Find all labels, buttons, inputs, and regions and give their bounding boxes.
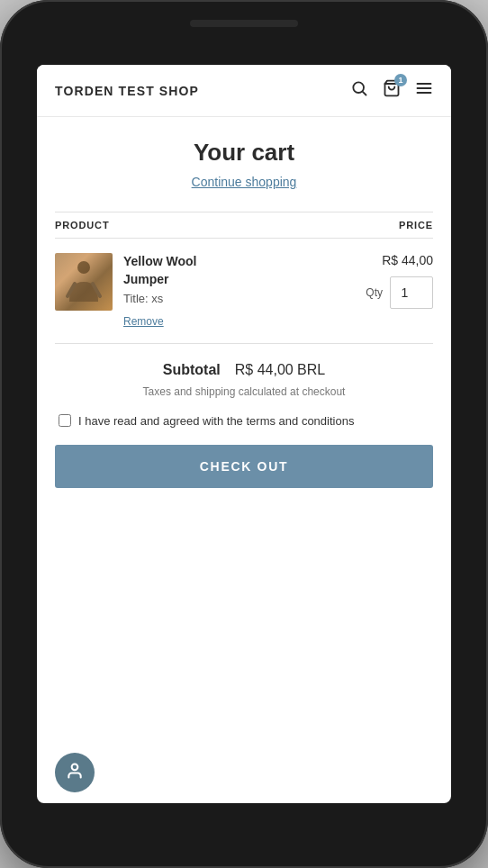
store-logo: TORDEN TEST SHOP [55,84,199,98]
header: TORDEN TEST SHOP 1 [37,65,451,117]
search-icon[interactable] [350,79,368,102]
svg-point-7 [72,764,78,770]
subtotal-label: Subtotal [163,362,221,378]
product-price: R$ 44,00 [382,253,433,267]
terms-checkbox[interactable] [59,414,71,427]
table-header: PRODUCT PRICE [55,212,433,239]
remove-link[interactable]: Remove [123,315,164,328]
terms-row: I have read and agreed with the terms an… [55,412,433,430]
continue-shopping-link[interactable]: Continue shopping [192,175,297,189]
subtotal-amount: R$ 44,00 BRL [235,362,326,378]
cart-badge: 1 [394,74,407,86]
taxes-note: Taxes and shipping calculated at checkou… [55,385,433,398]
floating-icon [66,762,84,784]
svg-point-6 [77,261,90,274]
menu-icon[interactable] [415,79,433,102]
product-name: Yellow Wool Jumper [123,253,355,288]
checkout-button[interactable]: CHECK OUT [55,445,433,488]
product-image [55,253,113,311]
qty-row: Qty [366,276,433,309]
phone-screen: TORDEN TEST SHOP 1 [37,65,451,803]
continue-shopping-container: Continue shopping [55,174,433,190]
product-variant: Title: xs [123,292,355,305]
col-product-header: PRODUCT [55,220,110,231]
svg-line-1 [363,92,366,95]
subtotal-row: Subtotal R$ 44,00 BRL [55,362,433,378]
terms-text: I have read and agreed with the terms an… [78,412,354,430]
floating-action-button[interactable] [55,753,95,792]
header-icons: 1 [350,79,433,102]
product-right: R$ 44,00 Qty [366,253,433,309]
page-title: Your cart [55,139,433,167]
product-details: Yellow Wool Jumper Title: xs Remove [123,253,355,329]
col-price-header: PRICE [399,220,433,231]
subtotal-section: Subtotal R$ 44,00 BRL Taxes and shipping… [55,344,433,510]
qty-input[interactable] [390,276,433,309]
cart-icon[interactable]: 1 [383,79,401,102]
main-content: Your cart Continue shopping PRODUCT PRIC… [37,117,451,803]
phone-frame: TORDEN TEST SHOP 1 [0,0,488,868]
qty-label: Qty [366,286,383,299]
table-row: Yellow Wool Jumper Title: xs Remove R$ 4… [55,239,433,344]
